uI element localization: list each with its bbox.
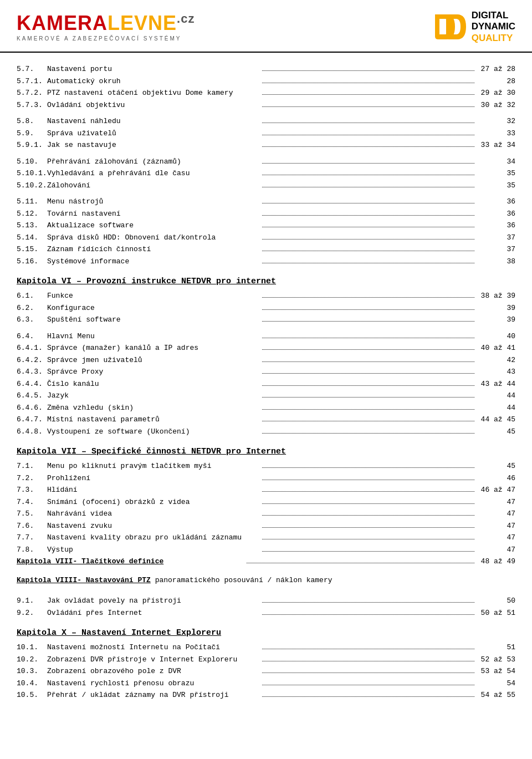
toc-title: Ovládání objektivu (47, 100, 260, 111)
toc-title: Jazyk (47, 390, 260, 401)
toc-entry: 7.6.Nastavení zvuku47 (17, 521, 515, 532)
toc-entry: 6.4.4.Číslo kanálu43 až 44 (17, 379, 515, 390)
toc-dots (262, 106, 475, 107)
chapter-heading: Kapitola X – Nastavení Internet Explorer… (17, 628, 515, 638)
toc-entry: 5.8.Nastavení náhledu32 (17, 116, 515, 127)
toc-title: Jak ovládat povely na přístroji (47, 595, 260, 607)
toc-page: 44 až 45 (477, 414, 515, 425)
toc-title: Hlavní Menu (47, 331, 260, 342)
toc-entry: 9.1.Jak ovládat povely na přístroji50 (17, 595, 515, 607)
toc-dots (262, 187, 475, 187)
toc-entry: 10.3.Zobrazení obrazového pole z DVR53 a… (17, 666, 515, 677)
toc-page: 46 (477, 473, 515, 484)
toc-title: Kapitola VIIII- Nastavování PTZ panorama… (17, 575, 332, 586)
page-header: KAMERALEVNE.cz KAMEROVÉ A ZABEZPEČOVACÍ … (0, 0, 532, 53)
toc-num: 6.3. (17, 314, 47, 325)
toc-num: 5.7. (17, 64, 47, 75)
toc-num: 5.15. (17, 244, 47, 255)
toc-page: 42 (477, 355, 515, 366)
toc-page: 51 (477, 642, 515, 653)
logo-subtitle: KAMEROVÉ A ZABEZPEČOVACÍ SYSTÉMY (17, 35, 195, 42)
toc-page: 44 (477, 390, 515, 401)
toc-entry: 7.2.Prohlížení46 (17, 473, 515, 484)
toc-num: 5.14. (17, 232, 47, 243)
spacer (17, 568, 515, 570)
toc-entry: 6.3.Spuštění software39 (17, 314, 515, 325)
toc-num: 5.7.1. (17, 76, 47, 87)
toc-num: 5.7.3. (17, 100, 47, 111)
toc-title: Konfigurace (47, 303, 260, 314)
toc-num: 10.4. (17, 678, 47, 689)
toc-entry: 5.7.Nastavení portu27 až 28 (17, 64, 515, 75)
toc-dots (262, 373, 475, 374)
toc-dots (262, 527, 475, 528)
toc-title: Menu nástrojů (47, 196, 260, 207)
toc-entry: 6.1.Funkce38 až 39 (17, 291, 515, 302)
ddq-dynamic: DYNAMIC (472, 21, 515, 32)
toc-title: Automatický okruh (47, 76, 260, 87)
toc-dots (262, 685, 475, 685)
toc-dots (262, 70, 475, 71)
toc-num: 10.1. (17, 642, 47, 653)
toc-page: 40 až 41 (477, 343, 515, 354)
toc-dots (262, 696, 475, 697)
toc-page: 46 až 47 (477, 485, 515, 496)
toc-dots (262, 421, 475, 421)
toc-page: 38 až 39 (477, 291, 515, 302)
toc-entry: 10.4.Nastavení rychlosti přenosu obrazu5… (17, 678, 515, 689)
toc-num: 6.4. (17, 331, 47, 342)
toc-dots (262, 661, 475, 661)
toc-title: Správa uživatelů (47, 128, 260, 139)
toc-dots (262, 539, 475, 539)
toc-page: 47 (477, 532, 515, 543)
toc-num: 6.1. (17, 291, 47, 302)
toc-num: 7.4. (17, 497, 47, 508)
toc-dots (262, 602, 475, 603)
toc-title: Aktualizace software (47, 220, 260, 231)
logo-cz: .cz (177, 12, 195, 26)
toc-dots (262, 203, 475, 203)
toc-entry: 5.10.Přehrávání zálohování (záznamů)34 (17, 156, 515, 167)
ddq-quality: QUALITY (472, 33, 515, 44)
toc-dots (262, 215, 475, 216)
ddq-digital: DIGITAL (472, 10, 515, 21)
toc-num: 7.7. (17, 532, 47, 543)
toc-num: 6.4.7. (17, 414, 47, 425)
toc-page: 35 (477, 168, 515, 179)
toc-entry: 7.3.Hlídání46 až 47 (17, 485, 515, 496)
toc-page: 48 až 49 (477, 556, 515, 567)
chapter-heading: Kapitola VI – Provozní instrukce NETDVR … (17, 277, 515, 286)
toc-title: Vystoupení ze software (Ukončení) (47, 426, 260, 437)
toc-entry: 5.7.1.Automatický okruh28 (17, 76, 515, 87)
toc-page: 35 (477, 180, 515, 191)
toc-entry: 5.16.Systémové informace38 (17, 256, 515, 267)
toc-title: Výstup (47, 544, 260, 556)
toc-title: Přehrát / ukládat záznamy na DVR přístro… (47, 690, 260, 701)
toc-num: 10.2. (17, 654, 47, 665)
spacer (17, 591, 515, 595)
toc-entry: 5.14.Správa disků HDD: Obnovení dat/kont… (17, 232, 515, 243)
toc-entry: 6.4.Hlavní Menu40 (17, 331, 515, 342)
toc-page: 52 až 53 (477, 654, 515, 665)
toc-dots (262, 385, 475, 386)
toc-dots (262, 515, 475, 516)
toc-page: 34 (477, 156, 515, 167)
ddq-logo: DIGITAL DYNAMIC QUALITY (434, 10, 515, 44)
toc-page: 27 až 28 (477, 64, 515, 75)
toc-entry: 5.12.Tovární nastavení36 (17, 208, 515, 220)
toc-dots (262, 263, 475, 263)
toc-dots (262, 297, 475, 298)
toc-entry: 7.4.Snímání (ofocení) obrázků z videa47 (17, 497, 515, 508)
toc-num: 5.10.1. (17, 168, 47, 179)
toc-title: Číslo kanálu (47, 379, 260, 390)
toc-title: Zobrazení obrazového pole z DVR (47, 666, 260, 677)
toc-dots (262, 123, 475, 123)
toc-num: 5.8. (17, 116, 47, 127)
spacer (17, 152, 515, 156)
logo-right: DIGITAL DYNAMIC QUALITY (434, 10, 515, 44)
toc-title: Zálohování (47, 180, 260, 191)
ddq-icon (434, 12, 467, 42)
toc-page: 30 až 32 (477, 100, 515, 111)
toc-num: 5.10.2. (17, 180, 47, 191)
spacer (17, 192, 515, 196)
